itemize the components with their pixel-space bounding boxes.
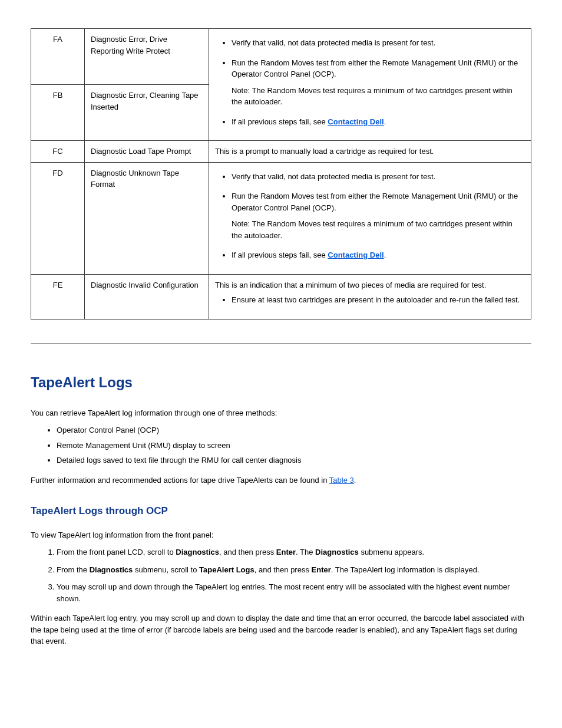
contacting-dell-link[interactable]: Contacting Dell — [328, 117, 384, 126]
contacting-dell-link[interactable]: Contacting Dell — [328, 251, 384, 259]
steps-list: From the front panel LCD, scroll to Diag… — [31, 546, 531, 604]
intro-text: You can retrieve TapeAlert log informati… — [31, 407, 531, 419]
desc-cell: Diagnostic Error, Drive Reporting Write … — [85, 29, 209, 85]
list-item: Ensure at least two cartridges are prese… — [232, 294, 525, 306]
desc-cell: Diagnostic Load Tape Prompt — [85, 141, 209, 163]
details-cell: This is a prompt to manually load a cart… — [209, 141, 531, 163]
step-item: From the Diagnostics submenu, scroll to … — [57, 564, 531, 576]
code-cell: FA — [31, 29, 85, 85]
error-code-table: FA Diagnostic Error, Drive Reporting Wri… — [31, 28, 531, 319]
note-text: Note: The Random Moves test requires a m… — [232, 85, 525, 108]
list-item: Run the Random Moves test from either th… — [232, 190, 525, 241]
step-item: From the front panel LCD, scroll to Diag… — [57, 546, 531, 558]
table-row: FD Diagnostic Unknown Tape Format Verify… — [31, 162, 531, 274]
table-3-link[interactable]: Table 3 — [329, 476, 354, 485]
list-item: Detailed logs saved to text file through… — [57, 454, 531, 466]
code-cell: FC — [31, 141, 85, 163]
section-divider — [31, 343, 531, 344]
table-row: FC Diagnostic Load Tape Prompt This is a… — [31, 141, 531, 163]
note-text: Note: The Random Moves test requires a m… — [232, 218, 525, 241]
list-item: Remote Management Unit (RMU) display to … — [57, 440, 531, 452]
subsection-heading: TapeAlert Logs through OCP — [31, 503, 531, 519]
step-item: You may scroll up and down through the T… — [57, 581, 531, 604]
methods-list: Operator Control Panel (OCP) Remote Mana… — [31, 424, 531, 466]
list-item: If all previous steps fail, see Contacti… — [232, 116, 525, 128]
code-cell: FD — [31, 162, 85, 274]
details-cell: This is an indication that a minimum of … — [209, 274, 531, 319]
list-item: Verify that valid, not data protected me… — [232, 37, 525, 49]
table-row: FE Diagnostic Invalid Configuration This… — [31, 274, 531, 319]
details-cell: Verify that valid, not data protected me… — [209, 29, 531, 141]
desc-cell: Diagnostic Error, Cleaning Tape Inserted — [85, 85, 209, 141]
list-item: Verify that valid, not data protected me… — [232, 171, 525, 183]
desc-cell: Diagnostic Invalid Configuration — [85, 274, 209, 319]
further-info-text: Further information and recommended acti… — [31, 475, 531, 486]
table-row: FA Diagnostic Error, Drive Reporting Wri… — [31, 29, 531, 85]
code-cell: FB — [31, 85, 85, 141]
code-cell: FE — [31, 274, 85, 319]
desc-cell: Diagnostic Unknown Tape Format — [85, 162, 209, 274]
closing-text: Within each TapeAlert log entry, you may… — [31, 612, 531, 647]
details-cell: Verify that valid, not data protected me… — [209, 162, 531, 274]
list-item: Run the Random Moves test from either th… — [232, 57, 525, 108]
list-item: Operator Control Panel (OCP) — [57, 424, 531, 436]
sub-intro-text: To view TapeAlert log information from t… — [31, 529, 531, 541]
section-heading: TapeAlert Logs — [31, 372, 531, 393]
list-item: If all previous steps fail, see Contacti… — [232, 249, 525, 261]
